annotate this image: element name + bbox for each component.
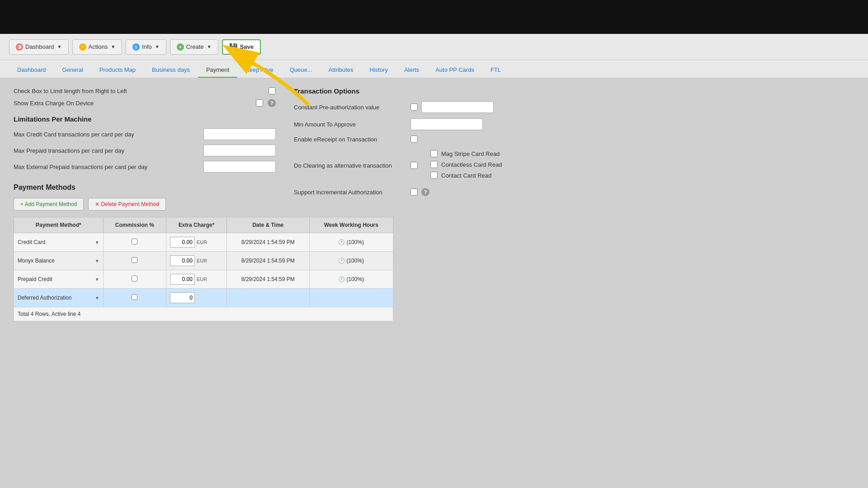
tab-payment[interactable]: Payment bbox=[198, 63, 237, 78]
check-box-limit-label: Check Box to Limit length from Right to … bbox=[14, 88, 264, 94]
delete-payment-label: ✕ Delete Payment Method bbox=[95, 201, 159, 207]
max-external-prepaid-input[interactable] bbox=[203, 161, 276, 173]
min-amount-label: Min Amount To Approve bbox=[294, 121, 407, 128]
dashboard-button[interactable]: ◑ Dashboard ▼ bbox=[9, 39, 69, 55]
actions-icon: ⚡ bbox=[79, 43, 86, 51]
actions-button[interactable]: ⚡ Actions ▼ bbox=[72, 39, 123, 55]
info-label: Info bbox=[142, 43, 152, 50]
right-panel: Transaction Options Constant Pre-authori… bbox=[294, 87, 854, 479]
transaction-options-title: Transaction Options bbox=[294, 87, 854, 95]
contact-checkbox[interactable] bbox=[430, 172, 438, 179]
show-extra-charge-row: Show Extra Charge On Device ? bbox=[14, 99, 276, 107]
tab-auto-pp-cards[interactable]: Auto PP Cards bbox=[427, 63, 482, 78]
col-header-method: Payment Method* bbox=[14, 217, 104, 233]
method-caret-credit-card[interactable]: ▼ bbox=[95, 240, 99, 245]
payment-buttons-group: + Add Payment Method ✕ Delete Payment Me… bbox=[14, 198, 276, 211]
method-label-credit-card: Credit Card bbox=[18, 239, 45, 245]
top-black-bar bbox=[0, 0, 868, 34]
tab-attributes[interactable]: Attributes bbox=[321, 63, 362, 78]
support-incremental-label: Support Incremental Authorization bbox=[294, 189, 407, 196]
extra-charge-input-credit-card[interactable] bbox=[170, 237, 195, 248]
info-button[interactable]: i Info ▼ bbox=[126, 39, 166, 55]
tab-queue[interactable]: Queue... bbox=[282, 63, 321, 78]
tab-dashboard[interactable]: Dashboard bbox=[9, 63, 54, 78]
method-cell-credit-card: Credit Card ▼ bbox=[14, 233, 104, 252]
extra-charge-input-prepaid[interactable] bbox=[170, 274, 195, 285]
min-amount-row: Min Amount To Approve bbox=[294, 118, 854, 130]
payment-methods-section: Payment Methods + Add Payment Method ✕ D… bbox=[14, 183, 276, 321]
dashboard-icon: ◑ bbox=[16, 43, 23, 51]
tab-general[interactable]: General bbox=[54, 63, 91, 78]
commission-cell-credit-card bbox=[103, 233, 166, 252]
add-payment-method-button[interactable]: + Add Payment Method bbox=[14, 198, 84, 211]
method-cell-prepaid: Prepaid Credit ▼ bbox=[14, 270, 104, 289]
commission-checkbox-monyx[interactable] bbox=[132, 257, 137, 263]
tab-keep-alive[interactable]: Keep Alive bbox=[237, 63, 281, 78]
create-icon: + bbox=[177, 43, 184, 51]
max-credit-card-row: Max Credit Card transactions per card pe… bbox=[14, 128, 276, 140]
commission-checkbox-credit-card[interactable] bbox=[132, 239, 137, 244]
mag-stripe-label: Mag Stripe Card Read bbox=[441, 150, 554, 157]
support-incremental-row: Support Incremental Authorization ? bbox=[294, 188, 854, 196]
eur-label-prepaid: EUR bbox=[197, 277, 207, 282]
max-prepaid-row: Max Prepaid transactions per card per da… bbox=[14, 145, 276, 156]
max-prepaid-input[interactable] bbox=[203, 145, 276, 156]
constant-pre-auth-checkbox[interactable] bbox=[410, 103, 418, 111]
constant-pre-auth-row: Constant Pre-authorization value bbox=[294, 101, 854, 113]
support-incremental-checkbox[interactable] bbox=[410, 188, 418, 196]
tab-history[interactable]: History bbox=[361, 63, 396, 78]
method-caret-monyx[interactable]: ▼ bbox=[95, 258, 99, 263]
create-caret: ▼ bbox=[207, 44, 212, 49]
actions-caret: ▼ bbox=[111, 44, 115, 49]
max-external-prepaid-label: Max External Prepaid transactions per ca… bbox=[14, 164, 199, 170]
info-icon: i bbox=[132, 43, 140, 51]
tab-products-map[interactable]: Products Map bbox=[91, 63, 144, 78]
max-prepaid-label: Max Prepaid transactions per card per da… bbox=[14, 147, 199, 154]
eur-label-credit-card: EUR bbox=[197, 239, 207, 245]
tab-business-days[interactable]: Business days bbox=[144, 63, 198, 78]
tab-alerts[interactable]: Alerts bbox=[396, 63, 427, 78]
commission-checkbox-deferred[interactable] bbox=[132, 294, 137, 300]
constant-pre-auth-input[interactable] bbox=[421, 101, 494, 113]
extra-charge-input-monyx[interactable] bbox=[170, 255, 195, 266]
save-button[interactable]: 💾 Save bbox=[222, 39, 261, 55]
contactless-row: Contactless Card Read bbox=[430, 161, 554, 168]
enable-ereceipt-label: Enable eReceipt on Transaction bbox=[294, 136, 407, 143]
contactless-checkbox[interactable] bbox=[430, 161, 438, 168]
card-read-group: Mag Stripe Card Read Contactless Card Re… bbox=[430, 150, 554, 183]
dashboard-caret: ▼ bbox=[57, 44, 62, 49]
mag-stripe-checkbox[interactable] bbox=[430, 150, 438, 157]
info-caret: ▼ bbox=[155, 44, 160, 49]
support-incremental-help-icon[interactable]: ? bbox=[421, 188, 429, 196]
contact-label: Contact Card Read bbox=[441, 172, 554, 179]
tab-ftl[interactable]: FTL bbox=[482, 63, 509, 78]
max-credit-card-input[interactable] bbox=[203, 128, 276, 140]
col-header-commission: Commission % bbox=[103, 217, 166, 233]
enable-ereceipt-checkbox[interactable] bbox=[410, 136, 418, 143]
max-external-prepaid-row: Max External Prepaid transactions per ca… bbox=[14, 161, 276, 173]
save-label: Save bbox=[240, 43, 254, 50]
min-amount-input[interactable] bbox=[410, 118, 483, 130]
eur-label-monyx: EUR bbox=[197, 258, 207, 263]
show-extra-charge-checkbox[interactable] bbox=[256, 99, 263, 107]
method-label-deferred: Deferred Authorization bbox=[18, 295, 71, 301]
show-extra-charge-help-icon[interactable]: ? bbox=[268, 99, 276, 107]
check-box-limit-checkbox[interactable] bbox=[269, 87, 276, 94]
nav-tabs: Dashboard General Products Map Business … bbox=[0, 60, 868, 78]
do-clearing-label: Do Clearing as alternative transaction bbox=[294, 162, 407, 169]
create-label: Create bbox=[186, 43, 204, 50]
commission-cell-prepaid bbox=[103, 270, 166, 289]
check-box-limit-row: Check Box to Limit length from Right to … bbox=[14, 87, 276, 94]
limitations-title: Limitations Per Machine bbox=[14, 115, 276, 123]
create-button[interactable]: + Create ▼ bbox=[170, 39, 218, 55]
commission-checkbox-prepaid[interactable] bbox=[132, 276, 137, 282]
method-caret-deferred[interactable]: ▼ bbox=[95, 296, 99, 300]
extra-charge-cell-monyx: EUR bbox=[166, 252, 226, 270]
constant-pre-auth-label: Constant Pre-authorization value bbox=[294, 104, 407, 111]
do-clearing-checkbox[interactable] bbox=[410, 162, 418, 169]
commission-cell-monyx bbox=[103, 252, 166, 270]
extra-charge-input-deferred[interactable] bbox=[170, 292, 195, 303]
save-icon: 💾 bbox=[229, 43, 238, 51]
method-caret-prepaid[interactable]: ▼ bbox=[95, 277, 99, 282]
delete-payment-method-button[interactable]: ✕ Delete Payment Method bbox=[88, 198, 166, 211]
